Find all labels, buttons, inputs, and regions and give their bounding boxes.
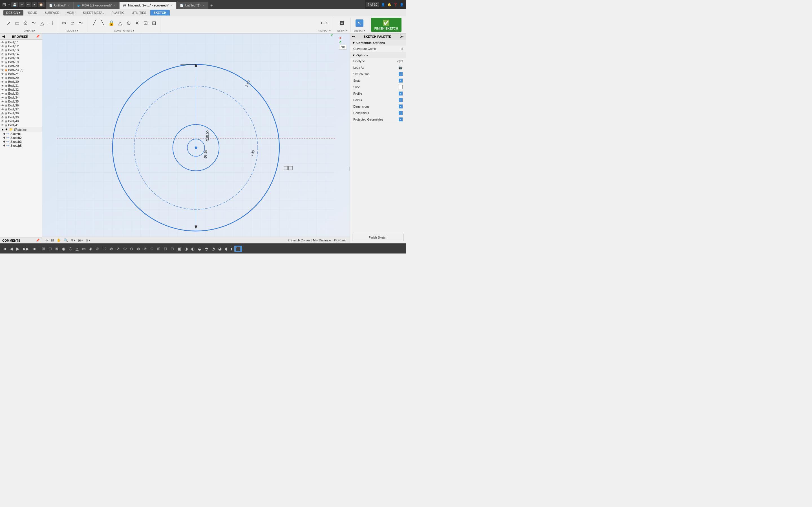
ribbon-tab-mesh[interactable]: MESH xyxy=(63,10,79,15)
tool-9[interactable]: ⊕ xyxy=(94,245,100,252)
constraint-parallel-btn[interactable]: ╱ xyxy=(90,19,98,27)
tool-18[interactable]: ⊞ xyxy=(156,245,162,252)
tab-fish-close[interactable]: ✕ xyxy=(114,4,116,7)
ribbon-tab-solid[interactable]: SOLID xyxy=(24,10,41,15)
browser-item-body14[interactable]: 👁 ▣ Body14 xyxy=(0,52,42,56)
sketch-item-2[interactable]: 👁 ✏ Sketch2 xyxy=(0,136,42,140)
browser-collapse-icon[interactable]: ◀ xyxy=(2,35,4,38)
linetype-icon1[interactable]: ◁ xyxy=(397,59,400,63)
tab-untitled[interactable]: 📄 Untitled* ✕ xyxy=(46,2,73,9)
tool-15[interactable]: ⊛ xyxy=(135,245,142,252)
create-rect-btn[interactable]: ▭ xyxy=(13,19,21,27)
eye-icon-body37[interactable]: 👁 xyxy=(1,108,4,111)
ribbon-tab-utilities[interactable]: UTILITIES xyxy=(128,10,149,15)
tool-21[interactable]: ▣ xyxy=(176,245,183,252)
browser-item-body36[interactable]: 👁 ▣ Body36 xyxy=(0,103,42,107)
home-button[interactable]: 🏠 xyxy=(38,2,45,7)
eye-icon-body11[interactable]: 👁 xyxy=(1,41,4,44)
constraint-x-btn[interactable]: ✕ xyxy=(133,19,141,27)
insert-image-btn[interactable]: 🖼 xyxy=(338,20,346,27)
finish-sketch-button[interactable]: ✅ FINISH SKETCH xyxy=(371,18,402,32)
sketch-grid-checkbox[interactable]: ✓ xyxy=(399,72,403,76)
modify-spline-btn[interactable]: 〜 xyxy=(77,19,85,27)
browser-item-body30[interactable]: 👁 ▣ Body30 xyxy=(0,80,42,83)
eye-icon-body31[interactable]: 👁 xyxy=(1,84,4,87)
create-arc-btn[interactable]: 〜 xyxy=(30,19,38,27)
status-capture-btn[interactable]: ⊡ xyxy=(50,238,55,242)
modify-offset-btn[interactable]: ⊃ xyxy=(68,19,77,27)
sketch-item-5[interactable]: 👁 ✏ Sketch5 xyxy=(0,144,42,148)
browser-item-body37[interactable]: 👁 ▣ Body37 xyxy=(0,107,42,111)
ribbon-tab-plastic[interactable]: PLASTIC xyxy=(108,10,128,15)
create-circle-btn[interactable]: ⊙ xyxy=(21,19,29,27)
browser-item-body40[interactable]: 👁 ▣ Body40 xyxy=(0,119,42,123)
status-cursor-btn[interactable]: ⊹ xyxy=(45,238,49,242)
tool-20[interactable]: ⊡ xyxy=(169,245,175,252)
dimensions-checkbox[interactable]: ✓ xyxy=(399,105,403,108)
create-line-btn[interactable]: ↗ xyxy=(4,19,12,27)
constraint-box2-btn[interactable]: ⊟ xyxy=(150,19,158,27)
eye-icon-body40[interactable]: 👁 xyxy=(1,120,4,123)
browser-item-body12[interactable]: 👁 ▣ Body12 xyxy=(0,44,42,48)
eye-icon-body38[interactable]: 👁 xyxy=(1,112,4,115)
browser-pin-icon[interactable]: 📌 xyxy=(36,35,40,38)
tool-14[interactable]: ⊙ xyxy=(129,245,135,252)
user-avatar[interactable]: 👤 xyxy=(400,3,404,6)
insert-chevron-icon[interactable]: ▾ xyxy=(346,29,348,32)
sketch-palette-expand-btn[interactable]: ≫ xyxy=(400,35,404,39)
eye-icon-body18[interactable]: 👁 xyxy=(1,57,4,60)
help-icon[interactable]: ❓ xyxy=(394,3,398,6)
tool-30-active[interactable]: ⬛ xyxy=(234,245,242,252)
tool-8[interactable]: ◈ xyxy=(88,245,94,252)
browser-item-body31[interactable]: 👁 ▣ Body31 xyxy=(0,83,42,88)
browser-item-body35[interactable]: 👁 ▣ Body35 xyxy=(0,100,42,103)
modify-chevron-icon[interactable]: ▾ xyxy=(77,29,79,32)
sketches-eye-icon[interactable]: 👁 xyxy=(5,128,8,131)
tool-3[interactable]: ⊠ xyxy=(54,245,60,252)
eye-icon-body29[interactable]: 👁 xyxy=(1,76,4,79)
status-grid-btn[interactable]: ⊞▾ xyxy=(85,238,91,242)
tool-28[interactable]: ◖ xyxy=(223,245,229,252)
browser-item-body39[interactable]: 👁 ▣ Body39 xyxy=(0,115,42,119)
eye-icon-body19[interactable]: 👁 xyxy=(1,61,4,64)
finish-sketch-panel-button[interactable]: Finish Sketch xyxy=(352,234,404,241)
tool-25[interactable]: ◓ xyxy=(203,245,209,252)
tool-19[interactable]: ⊟ xyxy=(162,245,168,252)
tool-10[interactable]: 〇 xyxy=(101,245,108,252)
tool-24[interactable]: ◒ xyxy=(197,245,203,252)
status-view-btn[interactable]: ⊕▾ xyxy=(70,238,76,242)
tool-27[interactable]: ◕ xyxy=(217,245,223,252)
eye-icon-body33[interactable]: 👁 xyxy=(1,92,4,95)
eye-icon-body24[interactable]: 👁 xyxy=(1,72,4,75)
ribbon-tab-sketch[interactable]: SKETCH xyxy=(150,10,170,15)
create-slot-btn[interactable]: ⊣ xyxy=(47,19,55,27)
constraint-box1-btn[interactable]: ⊡ xyxy=(142,19,149,27)
eye-icon-body34[interactable]: 👁 xyxy=(1,96,4,99)
ribbon-tab-sheetmetal[interactable]: SHEET METAL xyxy=(80,10,107,15)
eye-icon-body30[interactable]: 👁 xyxy=(1,80,4,83)
sketch-item-1[interactable]: 👁 ✏ Sketch1 xyxy=(0,132,42,136)
sketches-section[interactable]: ▼ 👁 📁 Sketches xyxy=(0,127,42,132)
nav-next-btn[interactable]: ▶▶ xyxy=(21,245,31,252)
select-chevron-icon[interactable]: ▾ xyxy=(364,29,365,32)
tool-4[interactable]: ◉ xyxy=(61,245,67,252)
notification-icon[interactable]: 🔔 xyxy=(388,3,391,6)
constraint-lock-btn[interactable]: 🔒 xyxy=(107,19,116,27)
nav-last-btn[interactable]: ⏭ xyxy=(31,245,38,252)
status-zoom-btn[interactable]: 🔍 xyxy=(63,238,69,242)
curvature-comb-icon1[interactable]: ◁ xyxy=(400,47,403,51)
tab-untitled2-close[interactable]: ✕ xyxy=(202,4,204,7)
comments-pin-icon[interactable]: 📌 xyxy=(36,238,40,242)
options-header[interactable]: ▼ Options xyxy=(350,52,406,58)
browser-item-body41[interactable]: 👁 ▣ Body41 xyxy=(0,123,42,127)
create-chevron-icon[interactable]: ▾ xyxy=(34,29,36,32)
browser-item-body19[interactable]: 👁 ▣ Body19 xyxy=(0,60,42,64)
tab-untitled-close[interactable]: ✕ xyxy=(68,4,70,7)
projected-geo-checkbox[interactable]: ✓ xyxy=(399,117,403,121)
menu-icon[interactable]: ≡ xyxy=(8,3,10,6)
nav-prev-btn[interactable]: ◀ xyxy=(8,245,14,252)
lookat-icon[interactable]: 📷 xyxy=(398,66,403,69)
eye-icon-body41[interactable]: 👁 xyxy=(1,124,4,127)
browser-item-body34[interactable]: 👁 ▣ Body34 xyxy=(0,96,42,100)
contextual-options-header[interactable]: ▼ Contextual Options xyxy=(350,40,406,46)
